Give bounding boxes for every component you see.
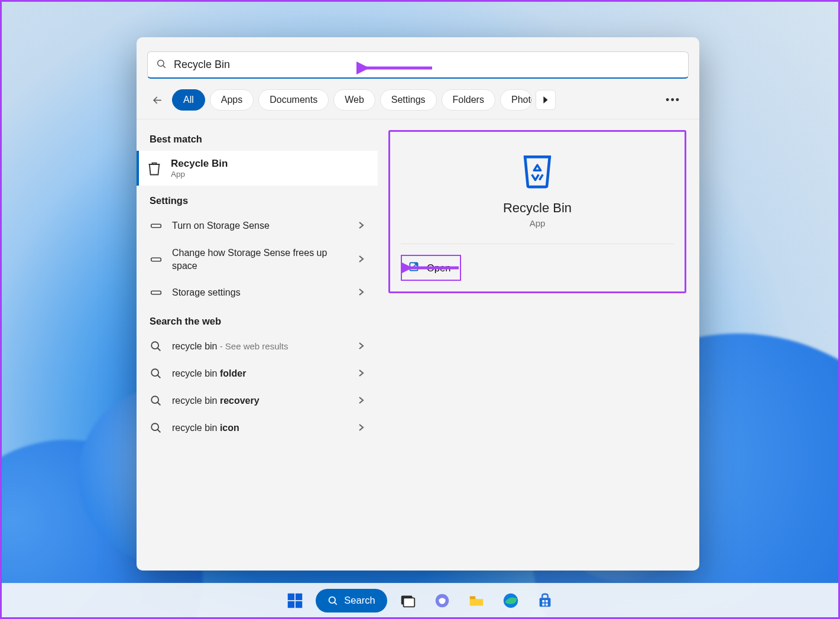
svg-rect-30 [546, 600, 548, 602]
recycle-bin-icon [515, 147, 559, 193]
search-bar[interactable] [147, 51, 689, 79]
open-button-label: Open [427, 262, 450, 274]
svg-point-11 [151, 396, 158, 403]
filter-chip-web[interactable]: Web [333, 89, 375, 111]
taskbar-search-label: Search [344, 595, 375, 606]
search-icon [150, 422, 163, 435]
svg-rect-28 [539, 598, 550, 607]
svg-rect-4 [151, 224, 161, 228]
filter-chip-apps[interactable]: Apps [210, 89, 254, 111]
section-header-search-web: Search the web [137, 306, 378, 333]
result-details-card: Recycle Bin App Open [388, 130, 686, 293]
chevron-right-icon [358, 368, 365, 379]
search-icon [156, 59, 167, 72]
open-button[interactable]: Open [401, 255, 461, 281]
taskbar-chat[interactable] [429, 587, 456, 614]
svg-point-9 [151, 369, 158, 376]
divider [401, 244, 674, 244]
web-result-label: recycle bin - See web results [172, 340, 348, 353]
svg-rect-31 [542, 603, 544, 605]
more-options-button[interactable]: ••• [666, 94, 680, 106]
search-input[interactable] [174, 59, 680, 71]
settings-item-storage-sense-change[interactable]: Change how Storage Sense frees up space [137, 239, 378, 279]
svg-rect-29 [542, 600, 544, 602]
settings-item-label: Turn on Storage Sense [172, 219, 348, 232]
search-icon [150, 394, 163, 407]
chevron-right-icon [358, 423, 365, 433]
svg-point-21 [329, 597, 336, 603]
svg-point-13 [151, 423, 158, 430]
web-result-label: recycle bin icon [172, 422, 348, 435]
svg-line-10 [158, 375, 161, 378]
results-right-pane: Recycle Bin App Open [378, 119, 699, 571]
chevron-right-icon [358, 287, 365, 298]
search-icon [150, 340, 163, 353]
filter-chip-documents[interactable]: Documents [258, 89, 329, 111]
storage-icon [150, 219, 163, 232]
svg-rect-19 [288, 601, 294, 607]
svg-rect-6 [151, 291, 161, 294]
taskbar-edge[interactable] [497, 587, 524, 614]
web-result-label: recycle bin folder [172, 367, 348, 380]
details-title: Recycle Bin [503, 200, 572, 216]
chevron-right-icon [358, 396, 365, 406]
svg-rect-17 [288, 593, 294, 599]
section-header-settings: Settings [137, 186, 378, 212]
start-search-window: All Apps Documents Web Settings Folders … [137, 37, 699, 571]
svg-point-0 [158, 60, 164, 66]
svg-rect-26 [469, 596, 475, 599]
settings-item-label: Storage settings [172, 286, 348, 299]
svg-rect-18 [296, 593, 302, 599]
settings-item-label: Change how Storage Sense frees up space [172, 247, 348, 272]
open-external-icon [408, 261, 420, 275]
best-match-title: Recycle Bin [171, 158, 228, 170]
web-result-label: recycle bin recovery [172, 394, 348, 407]
svg-rect-24 [403, 598, 414, 607]
filter-chip-folders[interactable]: Folders [442, 89, 495, 111]
svg-rect-5 [151, 258, 161, 261]
svg-line-1 [163, 65, 166, 67]
web-result-recycle-bin[interactable]: recycle bin - See web results [137, 333, 378, 360]
web-result-recycle-bin-folder[interactable]: recycle bin folder [137, 360, 378, 387]
filter-scroll-right[interactable] [536, 90, 556, 110]
web-result-recycle-bin-icon[interactable]: recycle bin icon [137, 414, 378, 442]
start-button[interactable] [281, 587, 309, 614]
best-match-subtitle: App [171, 170, 228, 179]
taskbar-task-view[interactable] [394, 587, 421, 614]
recycle-bin-icon [146, 160, 163, 177]
chevron-right-icon [358, 341, 365, 352]
filter-chip-photos[interactable]: Photos [500, 89, 532, 111]
details-subtitle: App [530, 218, 546, 228]
filter-tabs: All Apps Documents Web Settings Folders … [137, 79, 699, 119]
svg-line-12 [158, 403, 161, 406]
settings-item-storage-settings[interactable]: Storage settings [137, 279, 378, 306]
taskbar-search-button[interactable]: Search [316, 589, 387, 612]
filter-chip-all[interactable]: All [172, 89, 205, 111]
back-button[interactable] [147, 90, 167, 110]
taskbar: Search [2, 583, 838, 617]
best-match-result[interactable]: Recycle Bin App [137, 151, 378, 186]
svg-point-7 [151, 342, 158, 349]
svg-line-14 [158, 430, 161, 433]
svg-rect-20 [296, 601, 302, 607]
chevron-right-icon [358, 221, 365, 231]
storage-icon [150, 286, 163, 299]
settings-item-storage-sense-on[interactable]: Turn on Storage Sense [137, 212, 378, 239]
taskbar-store[interactable] [531, 587, 559, 614]
section-header-best-match: Best match [137, 124, 378, 151]
svg-rect-32 [546, 603, 548, 605]
web-result-recycle-bin-recovery[interactable]: recycle bin recovery [137, 387, 378, 414]
svg-line-22 [335, 602, 337, 604]
chevron-right-icon [358, 254, 365, 265]
storage-icon [150, 253, 163, 266]
svg-line-8 [158, 348, 161, 351]
taskbar-file-explorer[interactable] [463, 587, 490, 614]
results-left-pane: Best match Recycle Bin App Settings Turn… [137, 119, 378, 571]
filter-chip-settings[interactable]: Settings [380, 89, 437, 111]
search-icon [150, 367, 163, 380]
